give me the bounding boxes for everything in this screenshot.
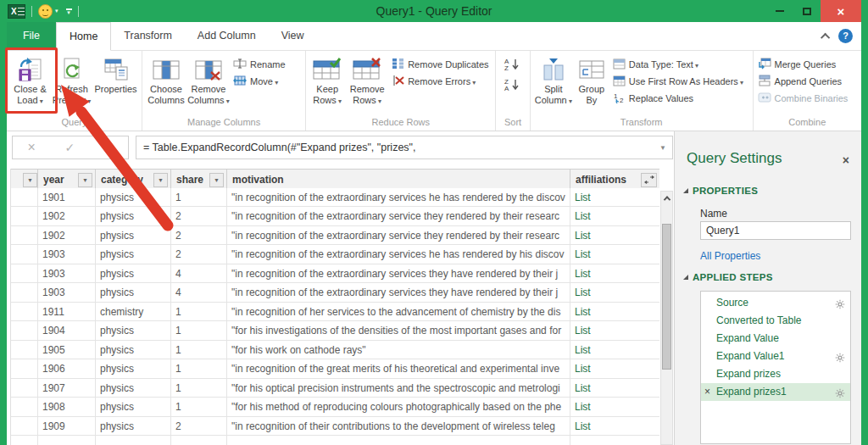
row-index-cell[interactable] xyxy=(11,379,38,398)
cell-motivation[interactable]: "for his method of reproducing colours p… xyxy=(227,398,570,417)
all-properties-link[interactable]: All Properties xyxy=(700,250,760,262)
cell-motivation[interactable]: "for his investigations of the densities… xyxy=(227,321,570,341)
step-settings-gear-icon[interactable] xyxy=(835,387,845,397)
minimize-button[interactable] xyxy=(766,0,793,22)
row-index-cell[interactable] xyxy=(11,283,38,303)
step-source[interactable]: Source xyxy=(701,294,850,312)
list-link[interactable]: List xyxy=(570,283,659,303)
choose-columns-button[interactable]: ChooseColumns xyxy=(145,53,187,105)
remove-duplicates-button[interactable]: Remove Duplicates xyxy=(392,56,488,73)
cell-year[interactable]: 1904 xyxy=(38,321,96,341)
list-link[interactable]: List xyxy=(570,341,659,360)
cell-motivation[interactable]: "for his optical precision instruments a… xyxy=(227,379,570,398)
list-link[interactable]: List xyxy=(570,417,659,437)
cell-motivation[interactable]: "in recognition of the extraordinary ser… xyxy=(227,283,570,303)
step-settings-gear-icon[interactable] xyxy=(835,351,845,361)
formula-input[interactable] xyxy=(136,136,673,159)
rename-button[interactable]: Rename xyxy=(233,56,286,73)
step-expand-value1[interactable]: Expand Value1 xyxy=(701,348,850,365)
step-expand-prizes1-selected[interactable]: Expand prizes1 xyxy=(701,383,850,401)
merge-queries-button[interactable]: Merge Queries xyxy=(758,56,849,73)
row-index-cell[interactable] xyxy=(11,207,38,226)
cell-share[interactable]: 2 xyxy=(171,207,227,226)
cell-year[interactable]: 1905 xyxy=(38,341,96,360)
group-by-button[interactable]: GroupBy xyxy=(574,53,609,105)
cell-share[interactable]: 1 xyxy=(171,188,227,208)
remove-columns-button[interactable]: RemoveColumns xyxy=(187,53,230,107)
tab-home[interactable]: Home xyxy=(56,22,111,51)
cell-share[interactable]: 1 xyxy=(171,398,227,417)
cell-category[interactable]: physics xyxy=(96,379,171,398)
keep-rows-button[interactable]: KeepRows xyxy=(309,53,346,107)
cell-share[interactable]: 1 xyxy=(171,303,227,322)
row-index-cell[interactable] xyxy=(11,359,38,379)
list-link[interactable]: List xyxy=(570,379,659,398)
step-expand-value[interactable]: Expand Value xyxy=(701,330,850,348)
tab-transform[interactable]: Transform xyxy=(111,22,185,50)
help-icon[interactable] xyxy=(838,29,853,43)
cell-category[interactable]: physics xyxy=(96,283,171,303)
cell-motivation[interactable]: "in recognition of their contributions t… xyxy=(227,417,570,437)
cell-category[interactable]: physics xyxy=(96,341,171,360)
list-link[interactable]: List xyxy=(570,207,659,226)
expand-column-icon[interactable] xyxy=(641,173,657,187)
replace-values-button[interactable]: 12 Replace Values xyxy=(613,90,743,107)
cell-year[interactable]: 1909 xyxy=(38,417,96,437)
tab-add-column[interactable]: Add Column xyxy=(185,22,269,50)
cell-motivation[interactable]: "in recognition of the extraordinary ser… xyxy=(227,264,570,284)
tab-view[interactable]: View xyxy=(269,22,317,50)
step-expand-prizes[interactable]: Expand prizes xyxy=(701,365,850,383)
cell-year[interactable]: 1903 xyxy=(38,283,96,303)
filter-icon[interactable] xyxy=(23,173,37,187)
row-index-cell[interactable] xyxy=(11,226,38,246)
cell-category[interactable]: physics xyxy=(96,417,171,437)
scroll-up-icon[interactable] xyxy=(661,192,672,205)
cell-share[interactable]: 4 xyxy=(171,283,227,303)
maximize-button[interactable] xyxy=(793,0,821,22)
row-index-cell[interactable] xyxy=(11,321,38,341)
filter-icon[interactable] xyxy=(209,173,224,187)
cell-year[interactable]: 1903 xyxy=(38,264,96,284)
cell-share[interactable]: 1 xyxy=(171,359,227,379)
cell-motivation[interactable]: "in recognition of the extraordinary ser… xyxy=(227,245,570,264)
move-button[interactable]: Move xyxy=(233,73,286,90)
cell-year[interactable]: 1908 xyxy=(38,398,96,417)
query-name-input[interactable] xyxy=(700,221,851,240)
data-type-button[interactable]: Data Type: Text xyxy=(613,56,743,73)
cell-share[interactable]: 1 xyxy=(171,341,227,360)
cell-year[interactable]: 1906 xyxy=(38,359,96,379)
step-converted-to-table[interactable]: Converted to Table xyxy=(701,312,850,330)
cell-year[interactable]: 1907 xyxy=(38,379,96,398)
cancel-formula-icon[interactable] xyxy=(27,140,35,155)
cell-share[interactable]: 2 xyxy=(171,245,227,264)
row-index-cell[interactable] xyxy=(11,398,38,417)
cell-year[interactable]: 1902 xyxy=(38,207,96,226)
cell-category[interactable]: chemistry xyxy=(96,303,171,322)
cell-category[interactable]: physics xyxy=(96,359,171,379)
filter-icon[interactable] xyxy=(153,173,168,187)
cell-motivation[interactable]: "in recognition of the extraordinary ser… xyxy=(227,226,570,246)
cell-motivation[interactable]: "in recognition of her services to the a… xyxy=(227,303,570,322)
formula-expand-icon[interactable] xyxy=(659,144,666,152)
scrollbar-thumb[interactable] xyxy=(662,224,671,370)
append-queries-button[interactable]: Append Queries xyxy=(758,73,849,90)
cell-year[interactable]: 1902 xyxy=(38,226,96,246)
list-link[interactable]: List xyxy=(570,398,659,417)
filter-icon[interactable] xyxy=(78,173,92,187)
cell-year[interactable]: 1901 xyxy=(38,188,96,208)
cell-motivation[interactable]: "in recognition of the extraordinary ser… xyxy=(227,188,570,208)
tab-file[interactable]: File xyxy=(7,22,56,50)
cell-category[interactable]: physics xyxy=(96,207,171,226)
list-link[interactable]: List xyxy=(570,188,659,208)
cell-category[interactable]: physics xyxy=(96,398,171,417)
sort-descending-button[interactable]: ZA xyxy=(504,77,522,95)
sort-ascending-button[interactable]: AZ xyxy=(504,57,522,75)
cell-share[interactable]: 1 xyxy=(171,321,227,341)
cell-motivation[interactable]: "in recognition of the great merits of h… xyxy=(227,359,570,379)
cell-year[interactable]: 1911 xyxy=(38,303,96,322)
row-index-cell[interactable] xyxy=(11,417,38,437)
delete-step-icon[interactable] xyxy=(704,383,710,401)
properties-section-header[interactable]: PROPERTIES xyxy=(683,186,758,196)
panel-close-icon[interactable] xyxy=(843,153,849,167)
cell-share[interactable]: 2 xyxy=(171,417,227,437)
